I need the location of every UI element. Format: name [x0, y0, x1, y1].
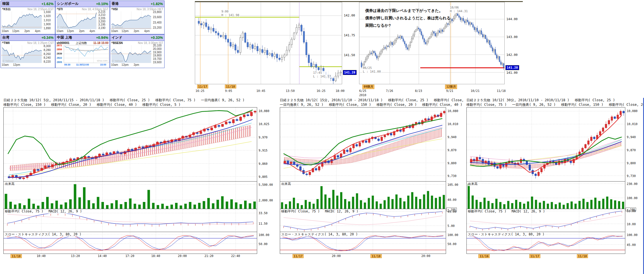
minichart-shanghai[interactable]: 中国 上海 +0.94% sh000001 上证指数 11-18 15:00 s…	[55, 34, 110, 68]
y-tick-label: 141.00	[506, 71, 518, 75]
volume-bars	[467, 182, 625, 209]
minichart-plot: sina.com	[64, 45, 109, 63]
y-tick-label: 143.00	[506, 35, 518, 39]
y-tick-label: 40.00	[447, 198, 457, 201]
panel-nikkei-30min: 日経２２５先物 10/12( 30分, 2010/11/10 - 2010/11…	[466, 98, 643, 260]
bond-intraday-plot: 9:00 H : 141.98 17:45 L : 141.17	[195, 2, 342, 84]
y-tick-label: 20,000	[153, 47, 162, 50]
minichart-hongkong[interactable]: 香港 +1.82% ^HSI Nov 18, 3:59pm HKT © Yaho…	[110, 1, 165, 34]
minichart-singapore[interactable]: シンガポール +0.10% ^STI Nov 18, 4:59pm SGT © …	[55, 1, 110, 34]
minichart-header: 中国 上海 +0.94%	[56, 35, 110, 41]
minichart-plot-row: sina.com 28722856283928222805	[56, 45, 110, 63]
y-axis-labels: 23,80023,60023,40023,200	[152, 11, 164, 29]
date-axis: 6/257/268/239/2110/2111/18	[359, 89, 504, 93]
x-tick-label: 11:30/13:00	[76, 63, 89, 66]
last-price-badge: 141.28	[343, 70, 357, 75]
y-tick-label: 55.00	[627, 209, 636, 213]
y-tick-label: 11.50	[259, 222, 268, 225]
y-tick-label: 9,805	[259, 175, 268, 178]
date-tick-label: 11/18	[370, 254, 382, 258]
y-tick-label: 3,215	[98, 10, 105, 13]
last-price-badge: 141.28	[506, 65, 519, 70]
minichart-plot: © Yahoo!	[1, 45, 42, 63]
volume-axis: × 100 105.0040.00	[446, 182, 464, 209]
ticker-symbol: ^HSI	[111, 8, 118, 11]
volume-plot: 出来高	[280, 182, 446, 209]
y-tick-label: 9,970	[259, 136, 268, 139]
y-tick-label: 3,190	[98, 26, 105, 29]
market-name: インド	[112, 35, 122, 40]
quote-timestamp: 11-18 15:00	[93, 41, 108, 45]
x-tick-label: 22:40	[231, 254, 240, 258]
trading-dashboard: 韓国 +1.62% ^KS11 Nov 18, 2:55pm KST © Yah…	[0, 0, 644, 274]
y-tick-label: 19,800	[153, 54, 162, 57]
y-tick-label: 141.75	[344, 33, 355, 37]
ticker-symbol: ^KS11	[2, 8, 10, 11]
year-axis: 2010	[359, 93, 504, 97]
y-tick-label: 10,010	[627, 122, 637, 126]
volume-bars	[4, 182, 257, 209]
panel-title: 日経２２５先物 10/12( 15分, 2010/11/10 - 2010/11…	[280, 98, 464, 107]
y-tick-label: 100.00	[447, 233, 458, 237]
change-percent: +0.33%	[151, 36, 163, 40]
y-tick-label: 3,195	[98, 23, 105, 26]
x-axis-labels: 10am12pm2pm	[111, 63, 152, 67]
bond-daily-chart-window: 債券は過去の下限レベルまで下がってきた。 債券が押し目買いされるようだと、株は売…	[359, 1, 523, 97]
x-tick-label: 10am	[2, 29, 9, 33]
y-tick-label: 144.00	[506, 17, 518, 21]
y-tick-label: 9,940	[627, 135, 636, 139]
x-tick-label: 20:00	[178, 254, 187, 258]
y-tick-label: 8,240	[44, 56, 51, 59]
y-tick-label: 1,890	[44, 27, 51, 30]
y-tick-label: 8,280	[44, 49, 51, 52]
watermark: © Yahoo!	[57, 26, 68, 29]
x-tick-label: 9:05	[225, 89, 232, 92]
minichart-plot: © Yahoo!	[56, 11, 97, 29]
date-tick-label: 11/18	[577, 254, 588, 258]
x-tick-label: 13:50	[286, 89, 295, 92]
panel-nikkei-15min: 日経２２５先物 10/12( 15分, 2010/11/10 - 2010/11…	[280, 98, 464, 260]
y-tick-label: 8,300	[44, 45, 51, 48]
x-tick-label: 10am	[111, 29, 118, 33]
y-tick-label: 9,870	[447, 148, 457, 152]
minichart-header: シンガポール +0.10%	[56, 1, 110, 7]
price-axis: 10,08010,0259,9709,9159,8609,805	[257, 107, 275, 182]
time-axis: 16:259:0510:4513:5016:2518:00	[195, 89, 342, 93]
y-tick-label: 19,900	[153, 51, 162, 54]
change-percent: +0.10%	[96, 2, 108, 6]
x-tick-label: 2pm	[134, 29, 139, 33]
minichart-taiwan[interactable]: 台湾 +0.34% ^TWII Nov 18, 1:25pm CST © Yah…	[1, 34, 55, 68]
market-name: 香港	[112, 1, 119, 6]
y-tick-label: 2839	[57, 52, 62, 55]
macd-axis: 55.0010.00	[625, 209, 643, 232]
stochastics-axis: 100.0050.00	[257, 232, 275, 254]
stochastics-axis: 100.0050.00	[446, 232, 464, 254]
stochastics-axis: 100.0045.00	[625, 232, 643, 254]
y-tick-label: 33.50	[259, 211, 268, 215]
y-tick-label: 10,080	[447, 109, 458, 113]
stochastics-label: スロー・ストキャスティクス( 14, 3, 80, 20 )	[468, 232, 544, 237]
date-tick-label: 11/18	[225, 85, 236, 88]
macd-label: 移動平均( Close, 75 ) MACD( 12, 26, 9 )	[5, 209, 82, 214]
low-annotation: 17:45 L : 141.17	[312, 71, 331, 78]
minichart-korea[interactable]: 韓国 +1.62% ^KS11 Nov 18, 2:55pm KST © Yah…	[1, 1, 55, 34]
y-tick-label: 5,500.00	[259, 183, 273, 186]
x-tick-label: 2pm	[24, 29, 30, 33]
candlestick-chart	[4, 108, 257, 181]
minichart-india[interactable]: インド +0.33% ^BSESN Nov 18, 3:30pm IST © Y…	[110, 34, 165, 68]
macd-plot: 移動平均( Close, 75 ) MACD( 12, 26, 9 )	[280, 209, 446, 232]
date-tick-label: 12限月	[445, 85, 457, 89]
macd-label: 移動平均( Close, 75 ) MACD( 12, 26, 9 )	[281, 209, 358, 214]
x-tick-label: 13:20	[71, 254, 80, 258]
x-axis-labels: 09:3011:30/13:0015:00	[64, 63, 108, 67]
volume-plot: 出来高	[466, 182, 625, 209]
volume-label: 出来高	[5, 182, 15, 186]
bond-daily-y-axis: 141.28 144.00143.00142.00141.00	[505, 2, 523, 84]
y-tick-label: 105.00	[447, 183, 458, 186]
date-tick-label: 11/16	[478, 254, 490, 258]
x-tick-label: 10:40	[37, 254, 46, 258]
y-tick-label: 9,915	[259, 149, 268, 152]
y-tick-label: 23,200	[153, 26, 162, 29]
y-axis-labels: 28722856283928222805	[56, 45, 64, 63]
minichart-meta: sh000001 上证指数 11-18 15:00	[56, 41, 110, 45]
